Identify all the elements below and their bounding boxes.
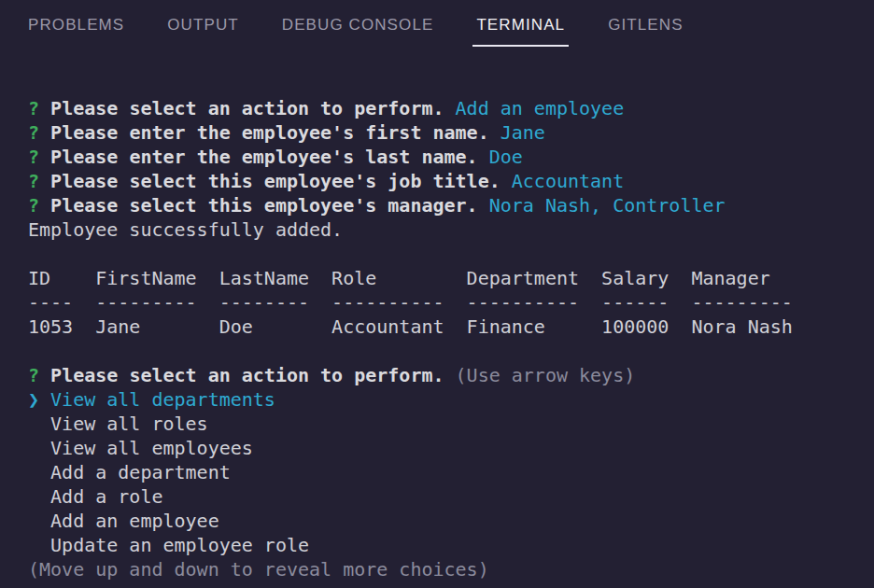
question-mark-icon: ? xyxy=(28,97,39,119)
prompt-message: Please select an action to perform. xyxy=(50,97,444,119)
menu-option-label: Add an employee xyxy=(50,510,219,532)
menu-option-view-all-roles[interactable]: View all roles xyxy=(28,412,874,436)
answered-prompt-first-name: ? Please enter the employee's first name… xyxy=(28,120,874,145)
menu-option-label: Add a role xyxy=(50,485,162,508)
answered-prompt-manager: ? Please select this employee's manager.… xyxy=(28,193,874,217)
prompt-message: Please select an action to perform. xyxy=(50,364,444,386)
question-mark-icon: ? xyxy=(28,121,39,144)
menu-option-label: View all departments xyxy=(50,388,275,411)
question-mark-icon: ? xyxy=(28,170,39,192)
prompt-hint: (Use arrow keys) xyxy=(456,364,636,386)
blank-line xyxy=(28,242,874,266)
menu-option-label: Add a department xyxy=(50,461,231,483)
prompt-answer: Jane xyxy=(500,121,545,144)
menu-option-update-an-employee-role[interactable]: Update an employee role xyxy=(28,533,874,557)
selection-pointer-icon: ❯ xyxy=(28,387,50,412)
table-header-line: ID FirstName LastName Role Department Sa… xyxy=(28,266,874,290)
tab-debug-console[interactable]: DEBUG CONSOLE xyxy=(278,16,438,47)
question-mark-icon: ? xyxy=(28,194,39,217)
menu-option-label: View all roles xyxy=(50,413,208,435)
prompt-answer: Accountant xyxy=(512,170,624,192)
panel-tab-bar: PROBLEMS OUTPUT DEBUG CONSOLE TERMINAL G… xyxy=(0,0,874,47)
answered-prompt-job-title: ? Please select this employee's job titl… xyxy=(28,169,874,193)
prompt-message: Please enter the employee's last name. xyxy=(50,146,478,168)
table-divider-line: ---- --------- -------- ---------- -----… xyxy=(28,290,874,315)
question-mark-icon: ? xyxy=(28,146,39,168)
question-mark-icon: ? xyxy=(28,364,39,386)
menu-option-add-a-department[interactable]: Add a department xyxy=(28,460,874,484)
active-select-prompt: ? Please select an action to perform. (U… xyxy=(28,363,874,387)
status-message: Employee successfully added. xyxy=(28,217,874,242)
tab-terminal[interactable]: TERMINAL xyxy=(472,16,569,47)
prompt-message: Please select this employee's manager. xyxy=(50,194,478,217)
answered-prompt-last-name: ? Please enter the employee's last name.… xyxy=(28,145,874,169)
answered-prompt-action: ? Please select an action to perform. Ad… xyxy=(28,96,874,120)
menu-option-add-an-employee[interactable]: Add an employee xyxy=(28,509,874,533)
menu-option-label: Update an employee role xyxy=(50,534,309,556)
prompt-message: Please enter the employee's first name. xyxy=(50,121,489,144)
menu-option-label: View all employees xyxy=(50,437,253,459)
terminal-view[interactable]: ? Please select an action to perform. Ad… xyxy=(0,47,874,581)
menu-option-view-all-employees[interactable]: View all employees xyxy=(28,436,874,460)
tab-problems[interactable]: PROBLEMS xyxy=(24,16,128,47)
table-row: 1053 Jane Doe Accountant Finance 100000 … xyxy=(28,315,874,339)
menu-option-view-all-departments[interactable]: ❯View all departments xyxy=(28,387,874,412)
prompt-answer: Doe xyxy=(489,146,523,168)
tab-gitlens[interactable]: GITLENS xyxy=(604,16,686,47)
menu-footer-hint: (Move up and down to reveal more choices… xyxy=(28,557,874,581)
prompt-answer: Nora Nash, Controller xyxy=(489,194,726,217)
blank-line xyxy=(28,339,874,363)
prompt-message: Please select this employee's job title. xyxy=(50,170,500,192)
tab-output[interactable]: OUTPUT xyxy=(163,16,242,47)
prompt-answer: Add an employee xyxy=(456,97,625,119)
menu-option-add-a-role[interactable]: Add a role xyxy=(28,484,874,509)
